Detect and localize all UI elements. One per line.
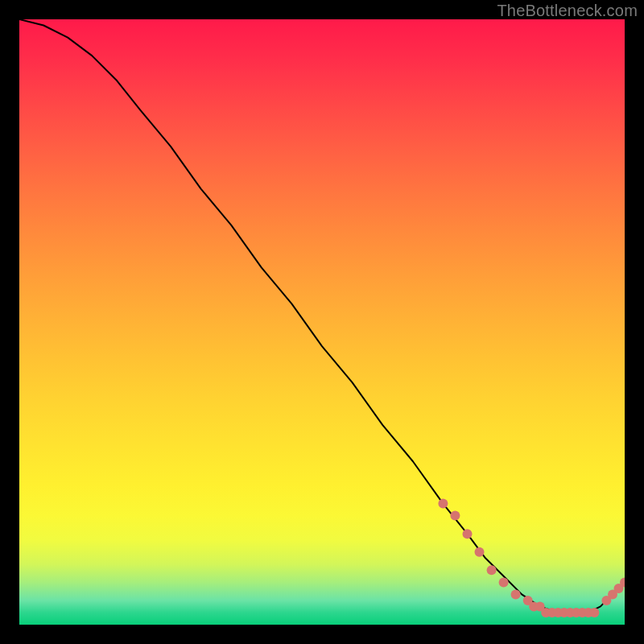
marker-dot <box>438 499 448 509</box>
marker-dot <box>450 511 460 521</box>
data-markers <box>438 499 625 617</box>
gradient-plot-area <box>19 19 625 625</box>
marker-dot <box>511 589 521 599</box>
marker-dot <box>589 608 599 617</box>
marker-dot <box>487 565 497 575</box>
bottleneck-curve <box>19 19 625 613</box>
marker-dot <box>499 577 509 587</box>
curve-layer <box>19 19 625 625</box>
marker-dot <box>475 547 485 557</box>
chart-stage: TheBottleneck.com <box>0 0 644 644</box>
watermark-text: TheBottleneck.com <box>497 2 638 20</box>
marker-dot <box>463 529 473 539</box>
